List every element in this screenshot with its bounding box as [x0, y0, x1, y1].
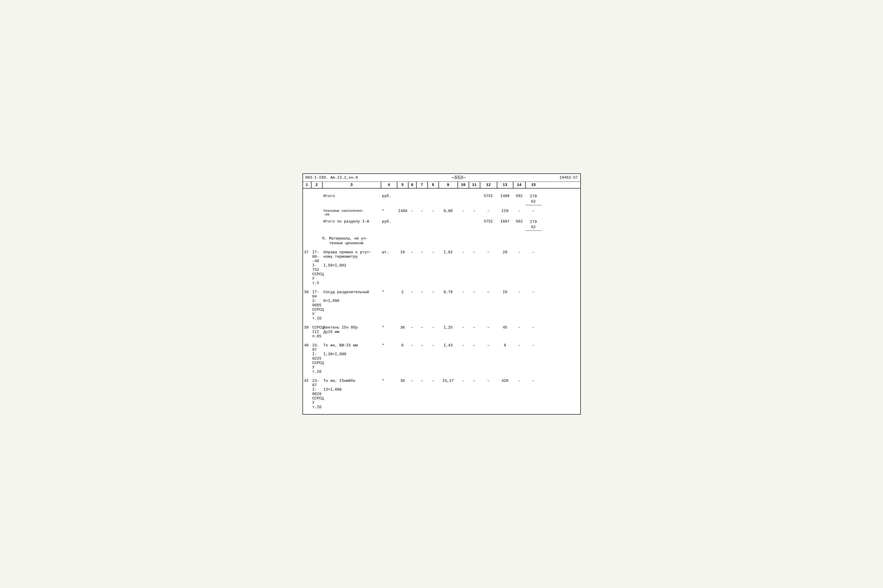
content-area: Итого руб. 575I I488 592 I7962 Плановые …	[303, 189, 580, 414]
item-37-code: I7-06-–48I-752ССРСЦ Ут.5	[311, 249, 322, 286]
item-38-num: 38	[303, 290, 311, 321]
item-37-c11: –	[469, 249, 480, 286]
col-header-12: 12	[480, 182, 497, 188]
item-41-c14: –	[513, 378, 525, 410]
s2-c5: I488	[397, 208, 408, 217]
s3-c5	[397, 219, 408, 231]
item-39-c11: –	[469, 325, 480, 339]
s2-c11: –	[469, 208, 480, 217]
item-38-code: I7-042-0685ССРСЦ Ут.IO	[311, 290, 322, 321]
item-38-c15: –	[525, 290, 542, 321]
item-40-c12: –	[480, 343, 497, 375]
item-40-num: 40	[303, 343, 311, 375]
s1-c2	[311, 193, 322, 205]
item-37-c15: –	[525, 249, 542, 286]
s1-c15: I7962	[525, 193, 542, 205]
item-40-c7: –	[417, 343, 427, 375]
item-39-c6: –	[408, 325, 417, 339]
col-header-1: 1	[303, 182, 311, 188]
col-header-2: 2	[311, 182, 322, 188]
item-37-unit: шт.	[381, 249, 397, 286]
s1-c10	[458, 193, 469, 205]
item-41-c13: 428	[497, 378, 513, 410]
col-header-13: 13	[497, 182, 513, 188]
doc-ref-center: —553—	[451, 175, 466, 180]
item-38-row1: 38 I7-042-0685ССРСЦ Ут.IO Сосуд разделит…	[303, 290, 580, 321]
item-39-name: Вентиль I5ч 8брДу15 мм	[322, 325, 381, 339]
col-header-15: 15	[525, 182, 542, 188]
s2-label: Плановые накопления––8%	[322, 208, 381, 217]
item-37-name: Оправа прямая к ртут-ному термометруI,50…	[322, 249, 381, 286]
item-37-row1: 37 I7-06-–48I-752ССРСЦ Ут.5 Оправа пряма…	[303, 249, 580, 286]
s2-c9: 0,08	[439, 208, 458, 217]
item-38-c11: –	[469, 290, 480, 321]
s3-c2	[311, 219, 322, 231]
item-row-40: 40 23-07I-0225ССРСЦ Ут.IO То же, ВИ–I5 м…	[303, 343, 580, 375]
section-header-text: П. Материалы, не уч- тенные ценником	[322, 236, 368, 245]
item-38-c13: I8	[497, 290, 513, 321]
s1-c13: I488	[497, 193, 513, 205]
item-37-c6: –	[408, 249, 417, 286]
item-39-row1: 39 ССРСЦ IIIп.85 Вентиль I5ч 8брДу15 мм …	[303, 325, 580, 339]
item-39-c10: –	[458, 325, 469, 339]
item-38-c9: 8,78	[439, 290, 458, 321]
item-37-c9: I,62	[439, 249, 458, 286]
s3-c8	[427, 219, 439, 231]
s2-c7: –	[417, 208, 427, 217]
item-41-num: 4I	[303, 378, 311, 410]
item-37-c5: I8	[397, 249, 408, 286]
s2-c13: II9	[497, 208, 513, 217]
col-header-3: 3	[322, 182, 381, 188]
column-headers: 1 2 3 4 5 6 7 8 9 10 11 12 13 14 15	[303, 182, 580, 189]
item-37-c14: –	[513, 249, 525, 286]
item-39-c12: –	[480, 325, 497, 339]
s1-c8	[427, 193, 439, 205]
s2-c15: –	[525, 208, 542, 217]
item-41-name: То же, I5нм6бкI3×I,098	[322, 378, 381, 410]
s3-c12: 575I	[480, 219, 497, 231]
item-39-c9: I,25	[439, 325, 458, 339]
s1-unit: руб.	[381, 193, 397, 205]
item-40-unit: "	[381, 343, 397, 375]
item-37-c7: –	[417, 249, 427, 286]
item-39-c8: –	[427, 325, 439, 339]
item-row-38: 38 I7-042-0685ССРСЦ Ут.IO Сосуд разделит…	[303, 290, 580, 321]
s3-unit: руб.	[381, 219, 397, 231]
item-40-name: То же, ВИ–I5 ммI,30×I,098	[322, 343, 381, 375]
item-40-c5: 6	[397, 343, 408, 375]
item-37-c8: –	[427, 249, 439, 286]
s3-label: Итого по разделу I–А	[322, 219, 381, 231]
s2-c6: –	[408, 208, 417, 217]
item-39-c15: –	[525, 325, 542, 339]
s2-c10: –	[458, 208, 469, 217]
col-header-11: 11	[469, 182, 480, 188]
item-38-c7: –	[417, 290, 427, 321]
s3-c7	[417, 219, 427, 231]
item-38-c6: –	[408, 290, 417, 321]
s2-c8: –	[427, 208, 439, 217]
item-37-c12: –	[480, 249, 497, 286]
item-39-c14: –	[513, 325, 525, 339]
s3-c11	[469, 219, 480, 231]
col-header-7: 7	[417, 182, 427, 188]
s1-c5	[397, 193, 408, 205]
item-41-unit: "	[381, 378, 397, 410]
item-39-unit: "	[381, 325, 397, 339]
summary-itogo-razdel: Итого по разделу I–А руб. 575I I607 592 …	[303, 219, 580, 231]
item-39-c13: 45	[497, 325, 513, 339]
item-40-code: 23-07I-0225ССРСЦ Ут.IO	[311, 343, 322, 375]
item-row-39: 39 ССРСЦ IIIп.85 Вентиль I5ч 8брДу15 мм …	[303, 325, 580, 339]
item-38-c14: –	[513, 290, 525, 321]
s2-unit: "	[381, 208, 397, 217]
col-header-6: 6	[408, 182, 417, 188]
item-38-c5: 2	[397, 290, 408, 321]
item-40-c8: –	[427, 343, 439, 375]
s2-c12: –	[480, 208, 497, 217]
item-38-unit: "	[381, 290, 397, 321]
doc-ref-left: 903-I-I99. Аж.I3.2,кн.8	[305, 176, 358, 180]
s3-c10	[458, 219, 469, 231]
top-bar: 903-I-I99. Аж.I3.2,кн.8 —553— 19462-57	[303, 174, 580, 182]
item-40-c15: –	[525, 343, 542, 375]
item-37-c10: –	[458, 249, 469, 286]
col-header-14: 14	[513, 182, 525, 188]
